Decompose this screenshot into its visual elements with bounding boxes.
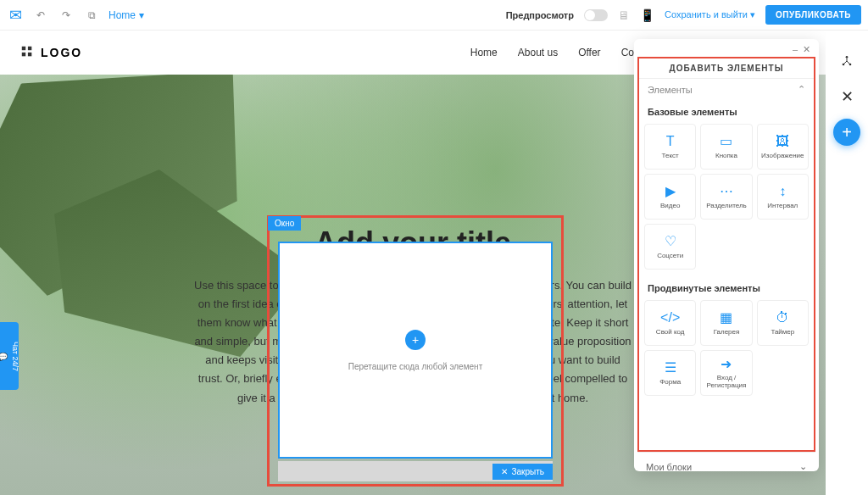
close-panel-button[interactable]: ✕ [833, 83, 860, 110]
chevron-down-icon: ⌄ [799, 461, 807, 472]
timer-icon: ⏱ [776, 310, 789, 325]
top-toolbar: ✉ ↶ ↷ ⧉ Home ▾ Предпросмотр 🖥 📱 Сохранит… [0, 0, 868, 31]
spacer-icon: ↕ [779, 184, 786, 199]
nav-item[interactable]: Offer [578, 47, 600, 58]
tile-image[interactable]: 🖼Изображение [757, 124, 809, 170]
text-icon: T [666, 134, 675, 149]
panel-title: ДОБАВИТЬ ЭЛЕМЕНТЫ [639, 58, 814, 78]
advanced-section-header: Продвинутые элементы [639, 276, 814, 300]
right-rail: ✕ + [826, 31, 868, 495]
page-dropdown-label: Home [108, 9, 136, 21]
login-icon: ➜ [721, 356, 732, 371]
popup-footer: ✕ Закрыть [278, 461, 553, 481]
publish-button[interactable]: ОПУБЛИКОВАТЬ [765, 5, 861, 25]
undo-icon[interactable]: ↶ [32, 7, 49, 24]
app-logo-icon[interactable]: ✉ [7, 7, 24, 24]
tile-code[interactable]: </>Свой код [644, 300, 696, 346]
chevron-down-icon: ▾ [750, 9, 755, 19]
divider-icon: ⋯ [720, 184, 733, 199]
copy-icon[interactable]: ⧉ [83, 7, 100, 24]
video-icon: ▶ [665, 184, 676, 199]
elements-accordion[interactable]: Элементы⌃ [639, 78, 814, 100]
chat-widget[interactable]: Чат 24/7 💬 [0, 322, 19, 390]
nav-item[interactable]: Home [470, 47, 498, 58]
logo-icon [20, 45, 36, 60]
tile-button[interactable]: ▭Кнопка [700, 124, 752, 170]
popup-dropzone[interactable]: + Перетащите сюда любой элемент [278, 242, 553, 459]
dropzone-hint: Перетащите сюда любой элемент [348, 362, 482, 371]
tile-timer[interactable]: ⏱Таймер [757, 300, 809, 346]
tile-text[interactable]: TТекст [644, 124, 696, 170]
tile-login[interactable]: ➜Вход / Регистрация [700, 350, 752, 396]
code-icon: </> [660, 310, 680, 325]
popup-tag[interactable]: Окно [268, 216, 301, 231]
mobile-icon[interactable]: 📱 [640, 8, 654, 22]
tile-form[interactable]: ☰Форма [644, 350, 696, 396]
add-button[interactable]: + [833, 119, 860, 146]
elements-panel: – ✕ ДОБАВИТЬ ЭЛЕМЕНТЫ Элементы⌃ Базовые … [634, 39, 819, 471]
popup-selection[interactable]: Окно + Перетащите сюда любой элемент ✕ З… [267, 215, 564, 487]
site-logo[interactable]: LOGO [20, 45, 82, 60]
desktop-icon[interactable]: 🖥 [618, 8, 630, 22]
basic-section-header: Базовые элементы [639, 100, 814, 124]
svg-rect-2 [22, 53, 25, 56]
tile-video[interactable]: ▶Видео [644, 174, 696, 220]
logo-text: LOGO [41, 46, 82, 59]
form-icon: ☰ [665, 360, 676, 375]
tile-divider[interactable]: ⋯Разделитель [700, 174, 752, 220]
chevron-up-icon: ⌃ [798, 84, 805, 95]
gallery-icon: ▦ [720, 310, 732, 325]
svg-rect-1 [28, 47, 31, 50]
tile-social[interactable]: ♡Соцсети [644, 224, 696, 270]
add-element-icon[interactable]: + [405, 330, 426, 350]
svg-point-4 [846, 56, 849, 58]
structure-button[interactable] [833, 47, 860, 75]
close-icon[interactable]: ✕ [803, 44, 810, 55]
chat-icon: 💬 [0, 352, 8, 361]
tile-spacer[interactable]: ↕Интервал [757, 174, 809, 220]
button-icon: ▭ [720, 134, 732, 149]
chevron-down-icon: ▾ [139, 9, 144, 21]
save-exit-link[interactable]: Сохранить и выйти ▾ [665, 9, 755, 20]
preview-toggle[interactable] [584, 9, 608, 21]
preview-label: Предпросмотр [506, 10, 574, 20]
svg-rect-0 [22, 47, 25, 50]
popup-close-button[interactable]: ✕ Закрыть [492, 464, 553, 480]
close-icon: ✕ [501, 467, 508, 476]
minimize-icon[interactable]: – [793, 44, 798, 55]
page-dropdown[interactable]: Home ▾ [108, 9, 144, 21]
tile-gallery[interactable]: ▦Галерея [700, 300, 752, 346]
nav-item[interactable]: About us [518, 47, 558, 58]
image-icon: 🖼 [776, 134, 789, 149]
my-blocks-accordion[interactable]: Мои блоки⌄ [637, 452, 815, 481]
social-icon: ♡ [665, 234, 676, 249]
svg-rect-3 [28, 53, 31, 56]
redo-icon[interactable]: ↷ [58, 7, 75, 24]
